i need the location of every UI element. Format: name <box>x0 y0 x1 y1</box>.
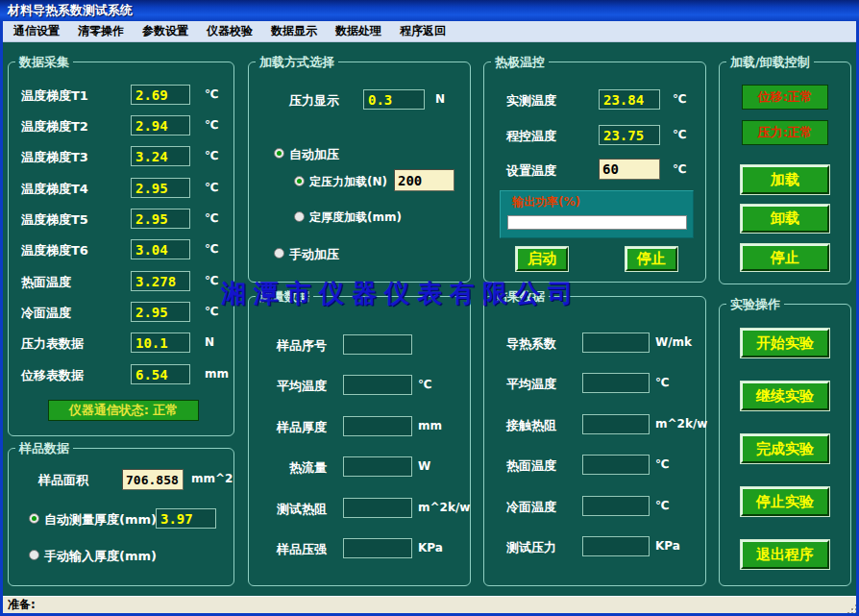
start-experiment-button[interactable]: 开始实验 <box>741 329 829 357</box>
label-manual-thickness: 手动输入厚度(mm) <box>44 548 157 565</box>
label-pressure-gauge: 压力表数据 <box>21 335 84 353</box>
unit-gradient-t2: ℃ <box>205 118 219 132</box>
panel-hot-pole-title: 热极温控 <box>491 54 549 71</box>
panel-loading-mode-title: 加载方式选择 <box>256 54 338 71</box>
title-bar[interactable]: 材料导热系数测试系统 <box>0 0 859 21</box>
menu-data-display[interactable]: 数据显示 <box>266 23 322 39</box>
radio-manual-thickness[interactable] <box>29 550 39 560</box>
radio-auto-thickness[interactable] <box>29 513 39 524</box>
value-sample-thickness <box>343 416 412 436</box>
label-avg-temp-measure: 平均温度 <box>248 378 327 395</box>
unit-test-resistance: m^2k/w <box>418 501 470 514</box>
label-hot-face-result: 热面温度 <box>506 457 556 475</box>
unit-program-temp: ℃ <box>673 128 687 141</box>
unit-heat-flow: W <box>418 459 430 473</box>
label-auto-pressurize: 自动加压 <box>289 146 339 163</box>
unit-test-pressure: KPa <box>655 539 680 553</box>
value-measured-temp: 23.84 <box>599 89 660 110</box>
radio-const-thickness[interactable] <box>294 211 305 222</box>
label-contact-resistance: 接触热阻 <box>506 417 556 434</box>
menu-parameter-settings[interactable]: 参数设置 <box>137 23 193 39</box>
menu-zero-operation[interactable]: 清零操作 <box>73 23 129 39</box>
unit-gradient-t5: ℃ <box>205 211 219 225</box>
value-program-temp: 23.75 <box>599 125 660 145</box>
unit-measured-temp: ℃ <box>673 92 687 106</box>
value-cold-face-temp: 2.95 <box>131 302 190 322</box>
panel-data-acquisition-title: 数据采集 <box>15 54 73 71</box>
value-sample-pressure <box>343 538 412 558</box>
stop-load-button[interactable]: 停止 <box>741 244 829 271</box>
continue-experiment-button[interactable]: 继续实验 <box>741 382 829 410</box>
value-hot-face-temp: 3.278 <box>131 271 190 291</box>
status-text: 准备: <box>3 597 36 613</box>
value-test-resistance <box>343 498 412 518</box>
label-displacement-gauge: 位移表数据 <box>21 367 84 384</box>
input-set-temp[interactable]: 60 <box>599 159 660 180</box>
input-const-pressure[interactable]: 200 <box>394 169 454 191</box>
label-measured-temp: 实测温度 <box>506 92 556 110</box>
unload-button[interactable]: 卸载 <box>741 205 829 233</box>
unit-pressure-gauge: N <box>205 335 214 349</box>
value-avg-temp-result <box>582 373 650 393</box>
label-pressure-display: 压力显示 <box>289 92 339 110</box>
unit-avg-temp-result: ℃ <box>655 376 670 389</box>
stop-experiment-button[interactable]: 停止实验 <box>741 487 829 516</box>
label-gradient-t4: 温度梯度T4 <box>21 181 88 198</box>
unit-sample-area: mm^2 <box>191 472 233 485</box>
input-sample-area[interactable]: 706.858 <box>122 469 184 490</box>
value-sample-serial <box>343 334 412 355</box>
label-set-temp: 设置温度 <box>506 162 556 180</box>
label-program-temp: 程控温度 <box>506 128 556 145</box>
finish-experiment-button[interactable]: 完成实验 <box>741 434 829 463</box>
radio-manual-pressurize[interactable] <box>274 248 284 259</box>
unit-gradient-t3: ℃ <box>205 149 219 162</box>
value-avg-temp-measure <box>343 375 412 395</box>
window-border-left <box>0 21 3 616</box>
menu-comm-settings[interactable]: 通信设置 <box>9 23 64 39</box>
power-output-label: 输出功率(%) <box>512 194 580 210</box>
load-button[interactable]: 加载 <box>741 165 829 194</box>
unit-gradient-t1: ℃ <box>205 87 219 101</box>
unit-avg-temp-measure: ℃ <box>418 378 432 391</box>
unit-hot-face-temp: ℃ <box>205 274 219 287</box>
value-auto-thickness: 3.97 <box>156 508 216 529</box>
label-sample-thickness: 样品厚度 <box>248 419 327 436</box>
stop-heating-button[interactable]: 停止 <box>626 247 677 271</box>
label-gradient-t2: 温度梯度T2 <box>21 118 88 136</box>
value-pressure-display: 0.3 <box>363 89 425 110</box>
label-gradient-t5: 温度梯度T5 <box>21 211 88 229</box>
label-hot-face-temp: 热面温度 <box>21 274 71 291</box>
menu-instrument-calibration[interactable]: 仪器校验 <box>202 23 258 39</box>
panel-experiment-title: 实验操作 <box>726 296 784 313</box>
label-cold-face-temp: 冷面温度 <box>21 305 71 322</box>
value-gradient-t6: 3.04 <box>131 239 190 259</box>
unit-contact-resistance: m^2k/w <box>655 417 707 431</box>
menu-program-return[interactable]: 程序返回 <box>395 23 451 39</box>
unit-sample-pressure: KPa <box>418 541 443 554</box>
label-auto-thickness: 自动测量厚度(mm) <box>44 511 157 529</box>
value-displacement-gauge: 6.54 <box>131 364 190 384</box>
menu-bar: 通信设置 清零操作 参数设置 仪器校验 数据显示 数据处理 程序返回 <box>3 21 856 42</box>
unit-displacement-gauge: mm <box>205 367 229 381</box>
radio-const-pressure[interactable] <box>294 176 305 186</box>
unit-gradient-t4: ℃ <box>205 181 219 194</box>
value-hot-face-result <box>582 455 650 475</box>
unit-sample-thickness: mm <box>418 419 442 432</box>
displacement-status-indicator: 位移:正常 <box>742 85 828 110</box>
menu-data-processing[interactable]: 数据处理 <box>331 23 386 39</box>
start-heating-button[interactable]: 启动 <box>516 247 568 271</box>
value-cold-face-result <box>582 496 650 516</box>
value-gradient-t5: 2.95 <box>131 209 190 229</box>
unit-set-temp: ℃ <box>673 162 687 176</box>
label-heat-flow: 热流量 <box>248 459 327 477</box>
exit-program-button[interactable]: 退出程序 <box>741 540 829 569</box>
radio-auto-pressurize[interactable] <box>274 148 284 159</box>
label-test-pressure: 测试压力 <box>506 539 556 556</box>
value-thermal-conductivity <box>582 333 650 353</box>
app-window: 材料导热系数测试系统 通信设置 清零操作 参数设置 仪器校验 数据显示 数据处理… <box>0 0 859 616</box>
label-thermal-conductivity: 导热系数 <box>506 335 556 353</box>
unit-gradient-t6: ℃ <box>205 242 219 256</box>
label-manual-pressurize: 手动加压 <box>289 246 339 263</box>
unit-hot-face-result: ℃ <box>655 457 670 471</box>
unit-cold-face-result: ℃ <box>655 499 670 512</box>
